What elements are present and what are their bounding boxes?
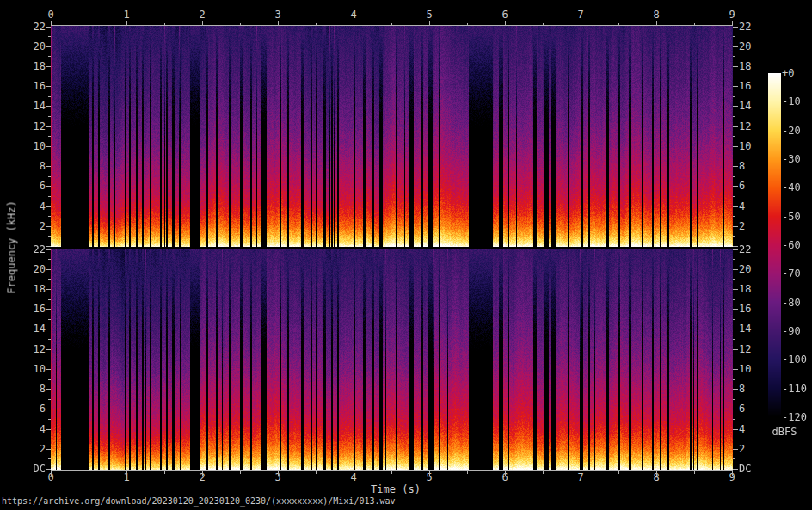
time-tick-label-top: 1 [109,9,144,21]
freq-tick-right [733,146,738,147]
time-tick-top [354,21,354,26]
colorbar-tick-label: -30 [782,154,812,165]
freq-minor-tick-right [733,259,735,260]
dc-tick-left [46,469,51,470]
freq-minor-tick-left [48,439,51,439]
frequency-axis-title: Frequency (kHz) [7,196,18,299]
freq-minor-tick-left [48,259,51,260]
freq-tick-label-left: 2 [7,444,46,455]
freq-tick-left [46,429,51,430]
freq-minor-tick-left [48,116,51,117]
time-minor-tick-bottom [89,471,89,474]
time-minor-tick-top [316,23,317,26]
freq-minor-tick-left [48,379,51,380]
time-tick-bottom [354,471,354,476]
freq-minor-tick-right [733,236,735,237]
freq-tick-left [46,106,51,107]
colorbar-tick-label: -70 [782,268,812,280]
freq-minor-tick-left [48,339,51,340]
freq-tick-label-left: 14 [7,101,46,112]
time-minor-tick-bottom [467,471,468,474]
freq-tick-right [733,27,738,28]
time-tick-bottom [202,471,203,476]
time-tick-bottom [278,471,279,476]
time-tick-bottom [51,471,52,476]
colorbar-tick-label: -110 [782,384,812,395]
time-tick-label-top: 8 [639,9,674,21]
spectrogram-figure: 0011223344556677889922222020181816161414… [0,0,812,510]
freq-minor-tick-right [733,339,735,340]
colorbar [768,73,781,417]
colorbar-tick-label: -120 [782,412,812,423]
time-minor-tick-top [543,23,544,26]
time-tick-label-top: 9 [715,9,749,21]
freq-tick-label-right: 2 [739,444,778,455]
freq-tick-left [46,269,51,270]
freq-tick-right [733,206,738,207]
freq-minor-tick-right [733,116,735,117]
time-tick-top [429,21,430,26]
freq-tick-right [733,369,738,370]
time-minor-tick-top [391,23,392,26]
time-tick-label-top: 5 [412,9,446,21]
freq-minor-tick-right [733,157,735,157]
freq-minor-tick-left [48,299,51,300]
freq-tick-right [733,186,738,187]
freq-minor-tick-right [733,196,735,197]
freq-tick-label-left: 10 [7,364,46,375]
freq-tick-left [46,369,51,370]
time-minor-tick-bottom [694,471,695,474]
time-tick-bottom [732,471,733,476]
freq-tick-right [733,429,738,430]
time-tick-top [126,21,127,26]
time-minor-tick-bottom [240,471,241,474]
time-tick-label-top: 0 [34,9,68,21]
time-tick-bottom [126,471,127,476]
source-file-url-text: https://archive.org/download/20230120_20… [2,496,396,507]
freq-minor-tick-left [48,216,51,217]
freq-tick-left [46,146,51,147]
freq-tick-label-left: 6 [7,403,46,415]
freq-tick-label-left: 8 [7,161,46,172]
freq-minor-tick-right [733,399,735,400]
spectrogram-panel-left-channel [51,26,733,247]
spectrogram-panel-right-channel [51,249,733,470]
freq-tick-left [46,389,51,390]
freq-tick-label-left: 4 [7,424,46,435]
freq-tick-right [733,46,738,47]
colorbar-tick-label: -40 [782,182,812,194]
freq-minor-tick-right [733,379,735,380]
freq-tick-left [46,289,51,290]
freq-minor-tick-right [733,439,735,439]
freq-tick-right [733,309,738,310]
time-minor-tick-top [618,23,619,26]
freq-minor-tick-right [733,319,735,320]
freq-minor-tick-left [48,419,51,420]
freq-minor-tick-right [733,77,735,77]
freq-minor-tick-left [48,77,51,77]
time-tick-top [278,21,279,26]
freq-tick-left [46,166,51,167]
time-minor-tick-top [164,23,165,26]
freq-tick-left [46,349,51,350]
freq-minor-tick-right [733,56,735,57]
time-minor-tick-bottom [391,471,392,474]
colorbar-tick-label: -60 [782,240,812,251]
dc-tick-label-right: DC [739,464,778,475]
dc-tick-right [733,469,738,470]
freq-tick-label-left: 14 [7,323,46,335]
freq-tick-right [733,329,738,329]
freq-minor-tick-right [733,36,735,37]
freq-tick-label-left: 12 [7,344,46,355]
time-tick-top [51,21,52,26]
freq-tick-right [733,249,738,250]
freq-tick-right [733,126,738,127]
freq-minor-tick-left [48,36,51,37]
freq-tick-left [46,249,51,250]
colorbar-tick-label: +0 [782,68,812,79]
freq-tick-left [46,329,51,329]
freq-minor-tick-left [48,136,51,137]
freq-tick-right [733,226,738,227]
freq-tick-label-left: 16 [7,81,46,92]
freq-tick-left [46,449,51,450]
